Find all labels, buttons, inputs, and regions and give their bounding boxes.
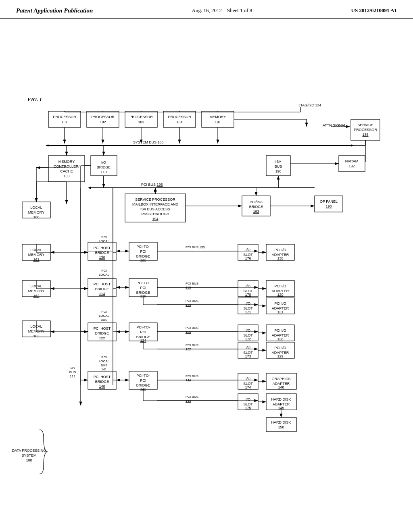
svg-text:PCI: PCI xyxy=(101,235,106,239)
svg-text:PCI BUS 195: PCI BUS 195 xyxy=(141,183,163,187)
svg-rect-6 xyxy=(48,111,81,127)
svg-text:171: 171 xyxy=(245,310,251,314)
svg-text:PCI BUS: PCI BUS xyxy=(186,343,198,347)
svg-text:PCI: PCI xyxy=(140,286,146,290)
header-right: US 2012/0210091 A1 xyxy=(351,7,397,14)
svg-text:119: 119 xyxy=(186,303,191,307)
svg-text:BRIDGE: BRIDGE xyxy=(95,287,109,291)
svg-text:114: 114 xyxy=(99,292,105,296)
svg-rect-18 xyxy=(202,111,234,127)
svg-text:110: 110 xyxy=(100,170,106,174)
svg-text:I/O: I/O xyxy=(101,160,106,164)
svg-text:BUS: BUS xyxy=(101,318,107,322)
svg-text:LOCAL: LOCAL xyxy=(99,314,110,318)
svg-text:103: 103 xyxy=(138,120,144,124)
svg-text:PCI HOST: PCI HOST xyxy=(94,375,111,379)
svg-text:PCI-TO-: PCI-TO- xyxy=(136,325,150,329)
diagram-area: FIG. 1 DATA PROCESSING SYSTEM 100 JTAG/I… xyxy=(0,19,413,506)
svg-text:175: 175 xyxy=(245,406,251,410)
svg-text:194: 194 xyxy=(152,217,158,221)
svg-text:126: 126 xyxy=(186,330,191,334)
svg-text:PCI: PCI xyxy=(101,310,106,314)
svg-text:129: 129 xyxy=(277,354,283,358)
svg-text:SYSTEM BUS 108: SYSTEM BUS 108 xyxy=(133,140,164,144)
svg-text:100: 100 xyxy=(26,458,32,462)
svg-text:138: 138 xyxy=(277,256,283,260)
svg-rect-65 xyxy=(339,156,365,172)
svg-text:PROCESSOR: PROCESSOR xyxy=(129,115,153,119)
svg-text:190: 190 xyxy=(325,204,332,208)
svg-text:MEMORY: MEMORY xyxy=(58,160,75,164)
svg-text:I/O: I/O xyxy=(246,301,250,305)
svg-text:PCI BUS: PCI BUS xyxy=(186,395,198,399)
svg-text:174: 174 xyxy=(245,385,251,389)
svg-text:I/O: I/O xyxy=(246,397,250,401)
svg-text:PCI I/O: PCI I/O xyxy=(274,328,286,332)
svg-text:120: 120 xyxy=(277,293,283,297)
svg-text:PCI I/O: PCI I/O xyxy=(274,284,286,288)
svg-text:SERVICE PROCESSOR: SERVICE PROCESSOR xyxy=(135,197,175,202)
svg-text:PROCESSOR: PROCESSOR xyxy=(91,115,115,119)
svg-text:BRIDGE: BRIDGE xyxy=(95,331,109,335)
svg-text:PCI-TO-: PCI-TO- xyxy=(136,374,150,378)
svg-text:I/O: I/O xyxy=(246,248,250,252)
svg-text:PCI: PCI xyxy=(101,269,106,272)
svg-text:121: 121 xyxy=(277,310,283,314)
svg-text:163: 163 xyxy=(33,334,39,338)
svg-text:LOCAL: LOCAL xyxy=(99,273,110,276)
svg-text:162: 162 xyxy=(33,294,39,298)
svg-text:170: 170 xyxy=(245,293,251,297)
svg-text:140: 140 xyxy=(99,384,105,389)
svg-text:149: 149 xyxy=(278,406,284,410)
fig-label: FIG. 1 xyxy=(27,96,42,102)
svg-text:145: 145 xyxy=(186,399,191,403)
svg-text:PROCESSOR: PROCESSOR xyxy=(354,128,377,132)
svg-text:PCI HOST: PCI HOST xyxy=(94,246,111,250)
header: Patent Application Publication Aug. 16, … xyxy=(0,0,413,19)
svg-text:160: 160 xyxy=(33,215,39,219)
svg-text:CONTROLLER/: CONTROLLER/ xyxy=(54,164,80,168)
svg-text:172: 172 xyxy=(245,337,251,341)
svg-text:MEMORY: MEMORY xyxy=(28,289,44,293)
svg-text:PCI I/O: PCI I/O xyxy=(274,301,286,305)
svg-text:176: 176 xyxy=(245,256,251,260)
svg-text:108: 108 xyxy=(63,174,69,178)
svg-text:PCI I/O: PCI I/O xyxy=(274,346,286,350)
svg-text:102: 102 xyxy=(100,120,106,124)
svg-text:161: 161 xyxy=(33,258,39,262)
svg-text:112: 112 xyxy=(70,374,75,378)
svg-text:BRIDGE: BRIDGE xyxy=(95,251,109,255)
svg-text:PCI: PCI xyxy=(101,355,106,359)
svg-text:144: 144 xyxy=(186,378,191,382)
svg-text:193: 193 xyxy=(253,210,259,214)
svg-text:BRIDGE: BRIDGE xyxy=(249,205,263,209)
svg-text:BRIDGE: BRIDGE xyxy=(97,165,111,169)
svg-text:150: 150 xyxy=(278,425,284,429)
svg-text:HARD DISK: HARD DISK xyxy=(271,397,291,401)
svg-text:118: 118 xyxy=(186,286,191,289)
svg-text:LOCAL: LOCAL xyxy=(99,360,110,363)
svg-text:192: 192 xyxy=(348,164,355,168)
svg-text:PASSTHROUGH: PASSTHROUGH xyxy=(142,212,169,216)
svg-rect-12 xyxy=(125,111,157,127)
svg-text:SYSTEM: SYSTEM xyxy=(21,453,36,457)
svg-text:ISA: ISA xyxy=(275,160,282,164)
svg-text:GRAPHICS: GRAPHICS xyxy=(271,377,290,381)
svg-text:PCI HOST: PCI HOST xyxy=(94,282,111,286)
svg-rect-79 xyxy=(315,196,343,212)
svg-text:PCI BUS: PCI BUS xyxy=(186,282,198,285)
svg-text:173: 173 xyxy=(245,354,251,358)
svg-text:PCI BUS: PCI BUS xyxy=(186,326,198,330)
svg-text:PCI-TO-: PCI-TO- xyxy=(136,281,150,285)
svg-text:SERVICE: SERVICE xyxy=(357,123,373,127)
svg-marker-40 xyxy=(46,144,48,147)
svg-text:I/O: I/O xyxy=(71,366,75,370)
svg-text:PROCESSOR: PROCESSOR xyxy=(168,115,191,119)
svg-text:I/O: I/O xyxy=(246,328,250,332)
svg-text:141: 141 xyxy=(101,368,107,371)
svg-text:I/O: I/O xyxy=(246,377,250,381)
svg-text:MEMORY: MEMORY xyxy=(28,210,44,214)
svg-text:BUS: BUS xyxy=(275,164,282,168)
svg-text:BUS: BUS xyxy=(69,370,76,374)
svg-text:NVRAM: NVRAM xyxy=(345,159,359,163)
